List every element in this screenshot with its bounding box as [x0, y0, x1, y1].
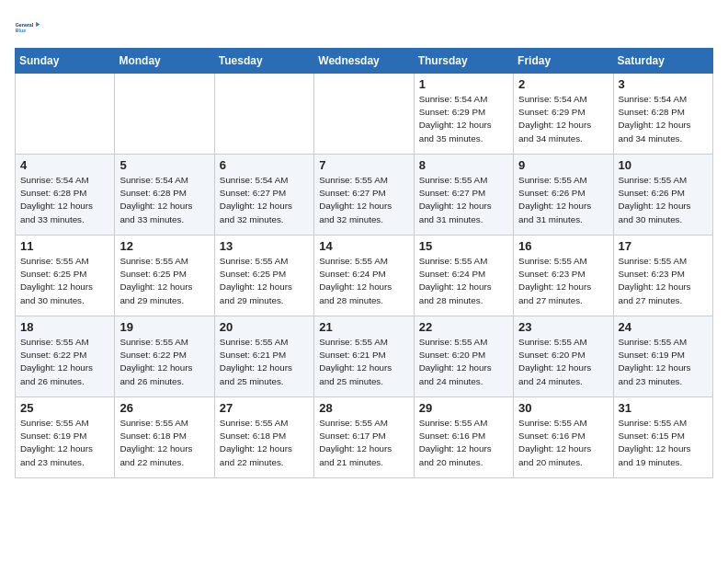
day-info: Sunrise: 5:54 AM Sunset: 6:27 PM Dayligh… [220, 174, 309, 226]
day-number: 29 [419, 401, 508, 415]
day-number: 19 [119, 320, 209, 334]
day-number: 4 [20, 158, 109, 172]
calendar-cell: 11Sunrise: 5:55 AM Sunset: 6:25 PM Dayli… [16, 236, 115, 316]
svg-text:General: General [16, 22, 34, 28]
header-cell-wednesday: Wednesday [314, 49, 414, 74]
day-info: Sunrise: 5:55 AM Sunset: 6:27 PM Dayligh… [419, 174, 508, 226]
day-number: 11 [20, 239, 109, 253]
day-info: Sunrise: 5:55 AM Sunset: 6:21 PM Dayligh… [319, 336, 408, 388]
day-number: 14 [319, 239, 408, 253]
page-header: GeneralBlue [15, 15, 713, 40]
calendar-cell: 3Sunrise: 5:54 AM Sunset: 6:28 PM Daylig… [613, 74, 712, 155]
svg-marker-2 [36, 22, 40, 28]
day-info: Sunrise: 5:55 AM Sunset: 6:26 PM Dayligh… [619, 174, 708, 226]
logo-icon: GeneralBlue [15, 15, 40, 40]
day-number: 20 [220, 320, 309, 334]
day-number: 10 [619, 158, 708, 172]
day-info: Sunrise: 5:55 AM Sunset: 6:16 PM Dayligh… [419, 417, 508, 469]
day-number: 7 [319, 158, 408, 172]
day-number: 26 [119, 401, 209, 415]
calendar-cell: 1Sunrise: 5:54 AM Sunset: 6:29 PM Daylig… [414, 74, 513, 155]
calendar-cell: 29Sunrise: 5:55 AM Sunset: 6:16 PM Dayli… [414, 397, 513, 478]
day-number: 3 [619, 77, 708, 91]
day-info: Sunrise: 5:54 AM Sunset: 6:29 PM Dayligh… [518, 93, 608, 145]
day-number: 13 [220, 239, 309, 253]
header-cell-monday: Monday [115, 49, 214, 74]
day-info: Sunrise: 5:55 AM Sunset: 6:20 PM Dayligh… [419, 336, 508, 388]
calendar-cell: 20Sunrise: 5:55 AM Sunset: 6:21 PM Dayli… [214, 316, 313, 397]
calendar-table: SundayMondayTuesdayWednesdayThursdayFrid… [15, 48, 713, 478]
day-info: Sunrise: 5:55 AM Sunset: 6:15 PM Dayligh… [619, 417, 708, 469]
day-info: Sunrise: 5:55 AM Sunset: 6:16 PM Dayligh… [518, 417, 608, 469]
day-info: Sunrise: 5:55 AM Sunset: 6:25 PM Dayligh… [220, 255, 309, 307]
calendar-cell: 14Sunrise: 5:55 AM Sunset: 6:24 PM Dayli… [314, 236, 414, 316]
calendar-week-2: 4Sunrise: 5:54 AM Sunset: 6:28 PM Daylig… [16, 155, 713, 236]
day-info: Sunrise: 5:55 AM Sunset: 6:26 PM Dayligh… [518, 174, 608, 226]
day-info: Sunrise: 5:55 AM Sunset: 6:24 PM Dayligh… [319, 255, 408, 307]
calendar-body: 1Sunrise: 5:54 AM Sunset: 6:29 PM Daylig… [16, 74, 713, 478]
day-number: 9 [518, 158, 608, 172]
day-number: 21 [319, 320, 408, 334]
calendar-cell: 31Sunrise: 5:55 AM Sunset: 6:15 PM Dayli… [613, 397, 712, 478]
header-row: SundayMondayTuesdayWednesdayThursdayFrid… [16, 49, 713, 74]
day-number: 15 [419, 239, 508, 253]
calendar-cell [115, 74, 214, 155]
day-number: 30 [518, 401, 608, 415]
calendar-cell: 24Sunrise: 5:55 AM Sunset: 6:19 PM Dayli… [613, 316, 712, 397]
day-number: 24 [619, 320, 708, 334]
day-info: Sunrise: 5:55 AM Sunset: 6:19 PM Dayligh… [619, 336, 708, 388]
day-info: Sunrise: 5:55 AM Sunset: 6:20 PM Dayligh… [518, 336, 608, 388]
calendar-cell: 6Sunrise: 5:54 AM Sunset: 6:27 PM Daylig… [214, 155, 313, 236]
day-info: Sunrise: 5:55 AM Sunset: 6:18 PM Dayligh… [119, 417, 209, 469]
svg-text:Blue: Blue [16, 28, 26, 33]
calendar-cell: 15Sunrise: 5:55 AM Sunset: 6:24 PM Dayli… [414, 236, 513, 316]
calendar-cell: 4Sunrise: 5:54 AM Sunset: 6:28 PM Daylig… [16, 155, 115, 236]
day-number: 28 [319, 401, 408, 415]
calendar-cell [214, 74, 313, 155]
calendar-cell: 21Sunrise: 5:55 AM Sunset: 6:21 PM Dayli… [314, 316, 414, 397]
calendar-week-5: 25Sunrise: 5:55 AM Sunset: 6:19 PM Dayli… [16, 397, 713, 478]
day-info: Sunrise: 5:55 AM Sunset: 6:25 PM Dayligh… [119, 255, 209, 307]
day-number: 12 [119, 239, 209, 253]
day-number: 17 [619, 239, 708, 253]
calendar-cell: 25Sunrise: 5:55 AM Sunset: 6:19 PM Dayli… [16, 397, 115, 478]
day-number: 8 [419, 158, 508, 172]
calendar-cell: 27Sunrise: 5:55 AM Sunset: 6:18 PM Dayli… [214, 397, 313, 478]
day-info: Sunrise: 5:55 AM Sunset: 6:22 PM Dayligh… [20, 336, 109, 388]
calendar-week-1: 1Sunrise: 5:54 AM Sunset: 6:29 PM Daylig… [16, 74, 713, 155]
day-info: Sunrise: 5:55 AM Sunset: 6:18 PM Dayligh… [220, 417, 309, 469]
calendar-cell: 16Sunrise: 5:55 AM Sunset: 6:23 PM Dayli… [514, 236, 613, 316]
day-info: Sunrise: 5:55 AM Sunset: 6:17 PM Dayligh… [319, 417, 408, 469]
logo: GeneralBlue [15, 15, 40, 40]
day-info: Sunrise: 5:55 AM Sunset: 6:27 PM Dayligh… [319, 174, 408, 226]
day-info: Sunrise: 5:55 AM Sunset: 6:24 PM Dayligh… [419, 255, 508, 307]
header-cell-sunday: Sunday [16, 49, 115, 74]
calendar-cell: 10Sunrise: 5:55 AM Sunset: 6:26 PM Dayli… [613, 155, 712, 236]
day-info: Sunrise: 5:55 AM Sunset: 6:21 PM Dayligh… [220, 336, 309, 388]
day-number: 25 [20, 401, 109, 415]
calendar-cell: 17Sunrise: 5:55 AM Sunset: 6:23 PM Dayli… [613, 236, 712, 316]
calendar-week-4: 18Sunrise: 5:55 AM Sunset: 6:22 PM Dayli… [16, 316, 713, 397]
calendar-cell: 5Sunrise: 5:54 AM Sunset: 6:28 PM Daylig… [115, 155, 214, 236]
day-number: 31 [619, 401, 708, 415]
day-info: Sunrise: 5:54 AM Sunset: 6:29 PM Dayligh… [419, 93, 508, 145]
day-info: Sunrise: 5:54 AM Sunset: 6:28 PM Dayligh… [619, 93, 708, 145]
day-info: Sunrise: 5:54 AM Sunset: 6:28 PM Dayligh… [119, 174, 209, 226]
day-number: 6 [220, 158, 309, 172]
day-info: Sunrise: 5:55 AM Sunset: 6:25 PM Dayligh… [20, 255, 109, 307]
day-info: Sunrise: 5:55 AM Sunset: 6:23 PM Dayligh… [619, 255, 708, 307]
calendar-cell: 28Sunrise: 5:55 AM Sunset: 6:17 PM Dayli… [314, 397, 414, 478]
day-number: 27 [220, 401, 309, 415]
header-cell-tuesday: Tuesday [214, 49, 313, 74]
calendar-cell: 2Sunrise: 5:54 AM Sunset: 6:29 PM Daylig… [514, 74, 613, 155]
day-number: 18 [20, 320, 109, 334]
day-number: 2 [518, 77, 608, 91]
calendar-cell: 18Sunrise: 5:55 AM Sunset: 6:22 PM Dayli… [16, 316, 115, 397]
day-number: 5 [119, 158, 209, 172]
day-info: Sunrise: 5:55 AM Sunset: 6:19 PM Dayligh… [20, 417, 109, 469]
day-info: Sunrise: 5:55 AM Sunset: 6:22 PM Dayligh… [119, 336, 209, 388]
calendar-cell: 30Sunrise: 5:55 AM Sunset: 6:16 PM Dayli… [514, 397, 613, 478]
day-number: 1 [419, 77, 508, 91]
header-cell-thursday: Thursday [414, 49, 513, 74]
calendar-cell: 22Sunrise: 5:55 AM Sunset: 6:20 PM Dayli… [414, 316, 513, 397]
